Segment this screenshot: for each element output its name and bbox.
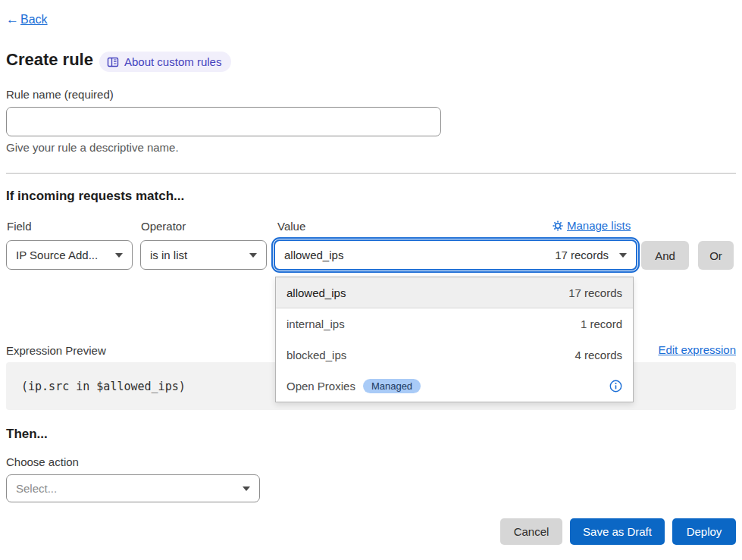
back-link[interactable]: ←Back <box>6 12 48 27</box>
back-link-label: Back <box>20 13 48 27</box>
chevron-down-icon <box>619 253 627 258</box>
info-icon[interactable] <box>609 380 622 393</box>
match-section-heading: If incoming requests match... <box>6 189 184 204</box>
about-custom-rules-label: About custom rules <box>124 55 221 68</box>
expression-code: (ip.src in $allowed_ips) <box>21 380 186 393</box>
list-item-name: Open Proxies <box>286 380 355 393</box>
operator-select-value: is in list <box>150 249 187 261</box>
expression-preview-label: Expression Preview <box>6 344 106 357</box>
edit-expression-link[interactable]: Edit expression <box>658 343 736 356</box>
save-as-draft-button[interactable]: Save as Draft <box>570 518 665 545</box>
manage-lists-label: Manage lists <box>567 219 631 232</box>
list-item-records: 4 records <box>575 349 622 361</box>
deploy-button[interactable]: Deploy <box>672 518 736 545</box>
action-select-placeholder: Select... <box>16 482 57 495</box>
list-item-internal-ips[interactable]: internal_ips 1 record <box>276 308 633 339</box>
cancel-button[interactable]: Cancel <box>500 518 562 545</box>
list-item-name: blocked_ips <box>286 349 346 361</box>
back-arrow-icon: ← <box>6 12 19 27</box>
value-label: Value <box>277 220 305 233</box>
list-item-name: internal_ips <box>286 318 345 330</box>
list-item-open-proxies[interactable]: Open Proxies Managed <box>276 371 633 402</box>
field-select[interactable]: IP Source Add... <box>6 240 133 270</box>
value-select-records: 17 records <box>555 249 609 261</box>
value-select-value: allowed_ips <box>284 249 343 261</box>
chevron-down-icon <box>249 253 257 258</box>
action-select[interactable]: Select... <box>6 474 260 502</box>
rule-name-label: Rule name (required) <box>6 88 114 101</box>
field-label: Field <box>7 220 32 233</box>
rule-name-helper-text: Give your rule a descriptive name. <box>6 141 179 154</box>
book-icon <box>107 57 119 67</box>
manage-lists-link[interactable]: Manage lists <box>553 219 631 232</box>
or-button[interactable]: Or <box>698 241 734 270</box>
list-item-records: 17 records <box>568 286 622 299</box>
field-select-value: IP Source Add... <box>16 249 98 261</box>
value-dropdown-panel: allowed_ips 17 records internal_ips 1 re… <box>275 277 634 402</box>
page-title: Create rule <box>6 50 93 70</box>
chevron-down-icon <box>115 253 123 258</box>
list-item-records: 1 record <box>581 318 622 330</box>
list-item-blocked-ips[interactable]: blocked_ips 4 records <box>276 339 633 371</box>
choose-action-label: Choose action <box>6 455 79 468</box>
managed-badge: Managed <box>363 379 421 393</box>
list-item-name: allowed_ips <box>286 286 346 299</box>
gear-icon <box>553 221 563 231</box>
rule-name-input[interactable] <box>6 107 441 136</box>
operator-select[interactable]: is in list <box>140 240 267 270</box>
value-select[interactable]: allowed_ips 17 records <box>274 239 637 271</box>
operator-label: Operator <box>141 220 186 233</box>
and-button[interactable]: And <box>641 241 689 270</box>
section-divider <box>6 173 736 174</box>
list-item-allowed-ips[interactable]: allowed_ips 17 records <box>276 277 633 308</box>
then-section-heading: Then... <box>6 427 48 442</box>
about-custom-rules-link[interactable]: About custom rules <box>99 52 231 72</box>
chevron-down-icon <box>243 486 250 491</box>
